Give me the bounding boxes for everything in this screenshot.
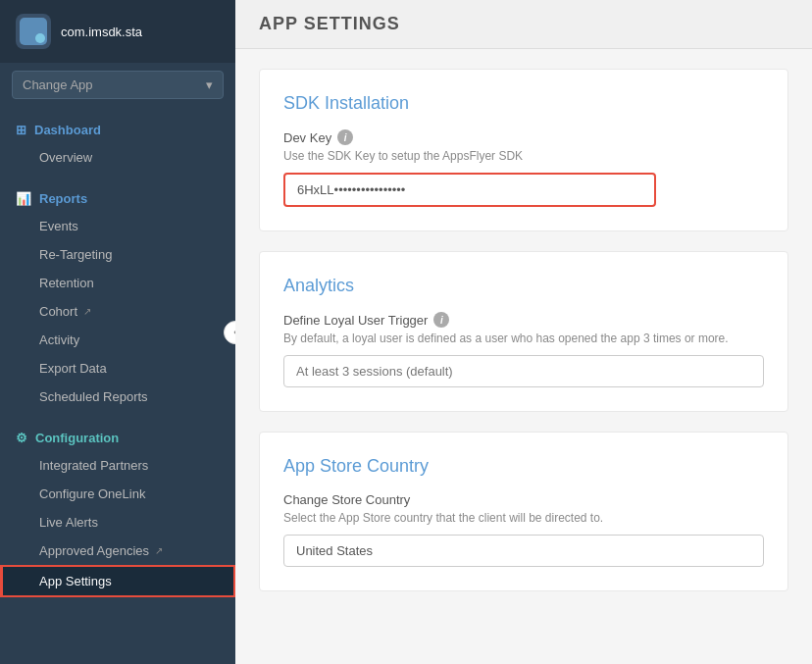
configuration-icon: ⚙ [16,431,27,445]
sidebar-item-label-activity: Activity [39,332,79,347]
analytics-title: Analytics [283,276,764,296]
sidebar-item-export-data[interactable]: Export Data [0,354,235,383]
app-icon-inner [20,18,47,45]
nav-section-dashboard: ⊞ Dashboard Overview [0,107,235,176]
dashboard-icon: ⊞ [16,123,26,137]
chevron-down-icon: ▾ [206,77,213,92]
sidebar-item-label-cohort: Cohort [39,304,77,319]
main-content: APP SETTINGS SDK Installation Dev Key i … [235,0,812,664]
loyal-user-desc: By default, a loyal user is defined as a… [283,332,764,345]
nav-section-reports: 📊 Reports Events Re-Targeting Retention … [0,176,235,415]
sidebar-item-label-app-settings: App Settings [39,574,112,588]
sidebar-item-label-events: Events [39,219,78,233]
sidebar-item-integrated-partners[interactable]: Integrated Partners [0,451,235,480]
sidebar-item-label-configure-onelink: Configure OneLink [39,486,145,501]
nav-section-header-reports: 📊 Reports [0,185,235,212]
sidebar-item-label-approved-agencies: Approved Agencies [39,543,149,558]
sidebar-item-label-export-data: Export Data [39,361,107,376]
analytics-card: Analytics Define Loyal User Trigger i By… [259,251,788,412]
app-icon [16,14,51,49]
app-title: com.imsdk.sta [61,25,142,39]
sidebar-item-label-retention: Retention [39,276,94,290]
sidebar-item-scheduled-reports[interactable]: Scheduled Reports [0,383,235,411]
change-app-label: Change App [23,77,93,92]
external-link-icon-agencies: ↗ [155,545,163,556]
sidebar-item-live-alerts[interactable]: Live Alerts [0,508,235,536]
reports-icon: 📊 [16,191,31,206]
sidebar-item-overview[interactable]: Overview [0,143,235,172]
sidebar-item-retention[interactable]: Retention [0,269,235,297]
sidebar-item-events[interactable]: Events [0,212,235,240]
sidebar-item-configure-onelink[interactable]: Configure OneLink [0,480,235,508]
sidebar-item-label-scheduled-reports: Scheduled Reports [39,389,148,404]
sidebar-item-label-integrated-partners: Integrated Partners [39,458,148,473]
dev-key-desc: Use the SDK Key to setup the AppsFlyer S… [283,149,764,163]
change-store-label: Change Store Country [283,492,764,507]
dev-key-label: Dev Key i [283,129,764,145]
page-title: APP SETTINGS [259,14,788,34]
app-store-country-title: App Store Country [283,456,764,477]
sidebar-item-approved-agencies[interactable]: Approved Agencies ↗ [0,536,235,565]
sidebar-item-retargeting[interactable]: Re-Targeting [0,240,235,269]
sdk-installation-card: SDK Installation Dev Key i Use the SDK K… [259,69,788,231]
country-input[interactable] [283,535,764,567]
loyal-user-info-icon[interactable]: i [433,312,449,328]
dev-key-input[interactable] [283,173,656,207]
dev-key-wrapper [283,173,656,207]
nav-section-header-configuration: ⚙ Configuration [0,425,235,451]
sidebar-item-app-settings[interactable]: App Settings [0,565,235,597]
nav-section-header-dashboard: ⊞ Dashboard [0,117,235,143]
sidebar-item-label-overview: Overview [39,150,92,165]
content-area: SDK Installation Dev Key i Use the SDK K… [235,49,812,611]
sidebar-item-activity[interactable]: Activity [0,326,235,354]
nav-section-configuration: ⚙ Configuration Integrated Partners Conf… [0,415,235,601]
change-store-desc: Select the App Store country that the cl… [283,511,764,525]
external-link-icon-cohort: ↗ [83,306,91,317]
change-app-dropdown[interactable]: Change App ▾ [12,71,224,99]
nav-section-label-dashboard: Dashboard [34,123,101,137]
sidebar-item-cohort[interactable]: Cohort ↗ [0,297,235,326]
loyal-user-input[interactable] [283,355,764,387]
sidebar-header: com.imsdk.sta [0,0,235,63]
page-header: APP SETTINGS [235,0,812,49]
sdk-installation-title: SDK Installation [283,93,764,114]
dev-key-info-icon[interactable]: i [337,129,353,145]
nav-section-label-configuration: Configuration [35,431,119,445]
nav-section-label-reports: Reports [39,191,87,206]
app-store-country-card: App Store Country Change Store Country S… [259,432,788,591]
sidebar: com.imsdk.sta Change App ▾ ⊞ Dashboard O… [0,0,235,664]
sidebar-item-label-retargeting: Re-Targeting [39,247,112,262]
collapse-icon: ‹ [233,327,235,337]
sidebar-item-label-live-alerts: Live Alerts [39,515,98,530]
loyal-user-label: Define Loyal User Trigger i [283,312,764,328]
